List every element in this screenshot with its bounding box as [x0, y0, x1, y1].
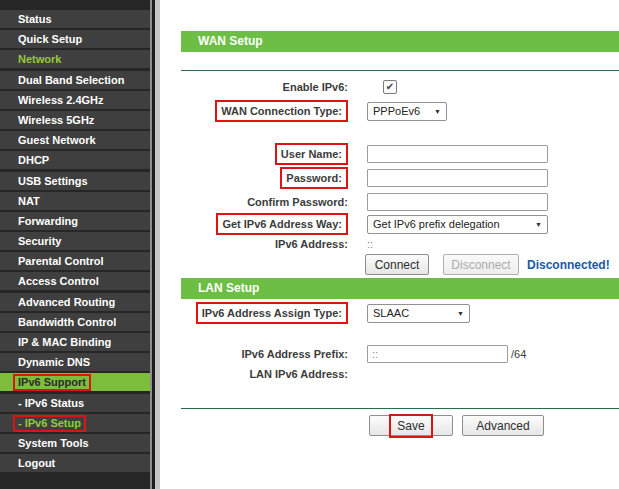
ipv6-address-assign-type-label: IPv6 Address Assign Type: — [202, 307, 342, 319]
wan-connection-type-label: WAN Connection Type: — [221, 105, 342, 117]
sidebar-item-security[interactable]: Security — [0, 232, 150, 250]
sidebar-item-label: Guest Network — [18, 134, 96, 146]
sidebar-item-system-tools[interactable]: System Tools — [0, 434, 150, 452]
ipv6-address-assign-type-value: SLAAC — [373, 307, 409, 319]
annotation-red-box: - IPv6 Setup — [13, 415, 86, 432]
sidebar-item-access-control[interactable]: Access Control — [0, 272, 150, 290]
disconnect-button[interactable]: Disconnect — [443, 254, 519, 275]
connect-button[interactable]: Connect — [365, 254, 429, 275]
ipv6-address-row: IPv6 Address: :: — [160, 236, 619, 252]
annotation-red-box: IPv6 Address Assign Type: — [196, 302, 348, 324]
password-label: Password: — [286, 172, 342, 184]
sidebar-item-advanced-routing[interactable]: Advanced Routing — [0, 293, 150, 311]
sidebar-item-label: Network — [18, 53, 61, 65]
sidebar-item-wireless-5ghz[interactable]: Wireless 5GHz — [0, 111, 150, 129]
annotation-red-box: Get IPv6 Address Way: — [216, 213, 348, 235]
sidebar-item-label: Wireless 2.4GHz — [18, 94, 104, 106]
sidebar-item-status[interactable]: Status — [0, 10, 150, 28]
checkmark-icon: ✔ — [386, 81, 394, 92]
enable-ipv6-checkbox[interactable]: ✔ — [383, 80, 397, 94]
get-ipv6-address-way-label: Get IPv6 Address Way: — [222, 218, 342, 230]
sidebar-item-ipv6-status[interactable]: - IPv6 Status — [0, 394, 150, 412]
sidebar-item-forwarding[interactable]: Forwarding — [0, 212, 150, 230]
password-row: Password: — [160, 168, 619, 188]
sidebar-item-wireless-24ghz[interactable]: Wireless 2.4GHz — [0, 91, 150, 109]
sidebar-item-label: Status — [18, 13, 52, 25]
divider — [181, 70, 619, 71]
chevron-down-icon: ▼ — [434, 108, 441, 115]
sidebar-item-nat[interactable]: NAT — [0, 192, 150, 210]
sidebar-item-dhcp[interactable]: DHCP — [0, 151, 150, 169]
get-ipv6-address-way-value: Get IPv6 prefix delegation — [373, 218, 500, 230]
wan-connection-type-select[interactable]: PPPoEv6 ▼ — [367, 102, 447, 121]
user-name-input[interactable] — [367, 145, 548, 163]
confirm-password-row: Confirm Password: — [160, 192, 619, 212]
sidebar-item-dual-band-selection[interactable]: Dual Band Selection — [0, 71, 150, 89]
get-ipv6-address-way-row: Get IPv6 Address Way: Get IPv6 prefix de… — [160, 212, 619, 236]
ipv6-address-assign-type-row: IPv6 Address Assign Type: SLAAC ▼ — [160, 299, 619, 327]
sidebar-item-quick-setup[interactable]: Quick Setup — [0, 30, 150, 48]
sidebar-item-label: Dynamic DNS — [18, 356, 90, 368]
sidebar-item-ipv6-support[interactable]: IPv6 Support — [0, 373, 150, 391]
sidebar-item-label: System Tools — [18, 437, 89, 449]
sidebar-item-label: - IPv6 Status — [18, 397, 84, 409]
annotation-red-box: Save — [389, 414, 432, 438]
ipv6-address-label: IPv6 Address: — [160, 238, 348, 250]
wan-connection-type-row: WAN Connection Type: PPPoEv6 ▼ — [160, 97, 619, 125]
save-buttons-row: Save Advanced — [160, 413, 619, 438]
divider — [181, 408, 619, 409]
confirm-password-input[interactable] — [367, 193, 548, 211]
chevron-down-icon: ▼ — [535, 221, 542, 228]
ipv6-address-prefix-input[interactable] — [367, 345, 508, 363]
get-ipv6-address-way-select[interactable]: Get IPv6 prefix delegation ▼ — [367, 215, 548, 234]
wan-connection-type-value: PPPoEv6 — [373, 105, 420, 117]
save-button[interactable]: Save — [369, 415, 453, 436]
sidebar-item-label: Parental Control — [18, 255, 104, 267]
sidebar-item-label: Forwarding — [18, 215, 78, 227]
password-input[interactable] — [367, 169, 548, 187]
sidebar-item-bandwidth-control[interactable]: Bandwidth Control — [0, 313, 150, 331]
sidebar-item-label: Access Control — [18, 275, 99, 287]
sidebar-item-label: Dual Band Selection — [18, 74, 124, 86]
user-name-row: User Name: — [160, 144, 619, 164]
wan-setup-header: WAN Setup — [181, 31, 619, 52]
ipv6-address-assign-type-select[interactable]: SLAAC ▼ — [367, 304, 470, 323]
wan-setup-title: WAN Setup — [198, 34, 263, 48]
main-content: WAN Setup Enable IPv6: ✔ WAN Connection … — [160, 0, 619, 489]
sidebar-item-label: Quick Setup — [18, 33, 82, 45]
chevron-down-icon: ▼ — [457, 310, 464, 317]
sidebar-item-ip-mac-binding[interactable]: IP & MAC Binding — [0, 333, 150, 351]
sidebar-nav: Status Quick Setup Network Dual Band Sel… — [0, 0, 150, 489]
annotation-red-box: Password: — [280, 167, 348, 189]
sidebar-item-label: NAT — [18, 195, 40, 207]
sidebar-item-label: Wireless 5GHz — [18, 114, 94, 126]
user-name-label: User Name: — [281, 148, 342, 160]
confirm-password-label: Confirm Password: — [160, 196, 348, 208]
ipv6-address-value: :: — [367, 238, 373, 250]
sidebar-item-label: IPv6 Support — [18, 376, 86, 388]
sidebar-item-label: Logout — [18, 457, 55, 469]
advanced-button[interactable]: Advanced — [462, 415, 544, 436]
sidebar-item-logout[interactable]: Logout — [0, 454, 150, 472]
sidebar-item-network[interactable]: Network — [0, 50, 150, 68]
sidebar-item-label: IP & MAC Binding — [18, 336, 111, 348]
sidebar-item-usb-settings[interactable]: USB Settings — [0, 172, 150, 190]
sidebar-item-label: - IPv6 Setup — [18, 417, 81, 429]
enable-ipv6-row: Enable IPv6: ✔ — [160, 78, 619, 96]
sidebar-item-guest-network[interactable]: Guest Network — [0, 131, 150, 149]
sidebar-item-ipv6-setup[interactable]: - IPv6 Setup — [0, 414, 150, 432]
annotation-red-box: User Name: — [275, 143, 348, 165]
sidebar-item-label: Bandwidth Control — [18, 316, 116, 328]
connection-status-text: Disconnected! — [527, 258, 610, 272]
lan-ipv6-address-label: LAN IPv6 Address: — [160, 368, 348, 380]
annotation-red-box: WAN Connection Type: — [215, 100, 348, 122]
ipv6-address-prefix-row: IPv6 Address Prefix: /64 — [160, 344, 619, 364]
lan-ipv6-address-row: LAN IPv6 Address: — [160, 366, 619, 382]
sidebar-item-dynamic-dns[interactable]: Dynamic DNS — [0, 353, 150, 371]
sidebar-item-label: Advanced Routing — [18, 296, 115, 308]
lan-setup-title: LAN Setup — [198, 281, 259, 295]
sidebar-item-label: Security — [18, 235, 61, 247]
sidebar-item-label: DHCP — [18, 154, 49, 166]
prefix-length-suffix: /64 — [511, 348, 526, 360]
sidebar-item-parental-control[interactable]: Parental Control — [0, 252, 150, 270]
